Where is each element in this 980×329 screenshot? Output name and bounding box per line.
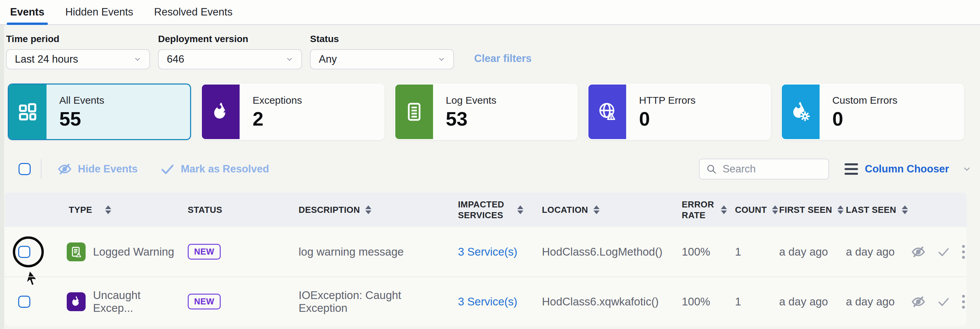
deployment-version-label: Deployment version <box>158 34 302 45</box>
card-label: HTTP Errors <box>639 95 695 106</box>
column-chooser-button[interactable]: Column Chooser <box>845 163 972 175</box>
eye-slash-icon <box>57 161 72 177</box>
event-type-label: Uncaught Excep... <box>93 289 181 315</box>
flame-gear-icon <box>782 84 819 139</box>
tab-hidden-events-label: Hidden Events <box>65 6 134 18</box>
hide-event-icon[interactable] <box>911 294 926 310</box>
table-header-row: TYPE STATUS DESCRIPTION IMPACTED SERVICE… <box>5 192 967 227</box>
table-row: Logged Warning NEW log warning message 3… <box>5 227 967 277</box>
table-body: Logged Warning NEW log warning message 3… <box>5 227 967 326</box>
sort-icon <box>365 205 371 214</box>
tab-events[interactable]: Events <box>10 0 45 24</box>
resolve-event-icon[interactable] <box>937 245 950 259</box>
mark-as-resolved-label: Mark as Resolved <box>181 163 269 175</box>
status-filter: Status Any <box>310 34 454 69</box>
active-tab-underline <box>7 22 48 25</box>
column-header-location[interactable]: LOCATION <box>537 204 678 216</box>
event-location: HodClass6.LogMethod() <box>537 245 678 258</box>
status-value: Any <box>319 53 337 65</box>
tab-events-label: Events <box>10 6 45 18</box>
card-count: 2 <box>252 107 302 130</box>
events-dashboard: Events Hidden Events Resolved Events Tim… <box>0 0 980 329</box>
card-count: 53 <box>446 107 496 130</box>
sort-icon <box>517 205 523 214</box>
tab-resolved-events[interactable]: Resolved Events <box>154 0 232 24</box>
card-count: 0 <box>832 107 897 130</box>
row-checkbox[interactable] <box>18 246 30 258</box>
resolve-event-icon[interactable] <box>937 295 950 308</box>
hide-events-button[interactable]: Hide Events <box>57 161 137 177</box>
event-count: 1 <box>730 295 773 308</box>
mark-as-resolved-button[interactable]: Mark as Resolved <box>160 161 269 177</box>
chevron-down-icon <box>437 55 446 64</box>
event-last-seen: a day ago <box>837 295 899 308</box>
column-header-count[interactable]: COUNT <box>730 204 773 216</box>
card-count: 0 <box>639 107 695 130</box>
main-content: Time period Last 24 hours Deployment ver… <box>0 34 980 326</box>
card-http-errors[interactable]: HTTP Errors 0 <box>587 84 771 140</box>
row-menu-icon[interactable] <box>961 294 966 309</box>
clear-filters-link[interactable]: Clear filters <box>474 52 532 65</box>
card-label: All Events <box>59 95 104 106</box>
status-badge: NEW <box>188 244 221 260</box>
flame-icon <box>67 292 86 311</box>
card-label: Custom Errors <box>832 95 897 106</box>
card-exceptions[interactable]: Exceptions 2 <box>201 84 384 140</box>
column-header-impacted-services[interactable]: IMPACTED SERVICES <box>447 199 537 221</box>
tab-resolved-events-label: Resolved Events <box>154 6 232 18</box>
time-period-value: Last 24 hours <box>15 53 78 65</box>
card-custom-errors[interactable]: Custom Errors 0 <box>781 84 964 140</box>
left-edge-strip <box>0 25 4 329</box>
status-select[interactable]: Any <box>310 49 454 69</box>
event-first-seen: a day ago <box>773 295 837 308</box>
card-count: 55 <box>59 107 104 130</box>
table-row: Uncaught Excep... NEW IOException: Caugh… <box>5 277 967 326</box>
event-description: IOException: Caught Exception <box>293 289 447 315</box>
select-all-checkbox[interactable] <box>19 163 31 175</box>
card-label: Exceptions <box>252 95 302 106</box>
event-error-rate: 100% <box>678 245 730 258</box>
filters-bar: Time period Last 24 hours Deployment ver… <box>6 34 972 69</box>
sort-icon <box>721 205 727 214</box>
column-chooser-label: Column Chooser <box>865 163 949 175</box>
event-type-label: Logged Warning <box>93 245 174 258</box>
sort-icon <box>902 205 908 214</box>
hamburger-icon <box>845 163 858 175</box>
deployment-version-select[interactable]: 646 <box>158 49 302 69</box>
log-warning-icon <box>67 242 86 261</box>
column-header-description[interactable]: DESCRIPTION <box>293 204 447 216</box>
chevron-down-icon <box>285 55 294 64</box>
chevron-down-icon <box>962 164 972 174</box>
impacted-services-link[interactable]: 3 Service(s) <box>458 295 517 308</box>
search-input[interactable] <box>722 163 823 175</box>
table-toolbar: Hide Events Mark as Resolved Column Choo… <box>6 156 972 183</box>
card-all-events[interactable]: All Events 55 <box>8 84 191 140</box>
globe-warning-icon <box>589 84 626 139</box>
time-period-label: Time period <box>6 34 150 45</box>
log-document-icon <box>395 84 433 139</box>
column-header-status: STATUS <box>181 204 293 216</box>
hide-event-icon[interactable] <box>911 244 926 260</box>
tab-bar: Events Hidden Events Resolved Events <box>0 0 980 25</box>
column-header-last-seen[interactable]: LAST SEEN <box>837 204 899 216</box>
column-header-type[interactable]: TYPE <box>53 204 181 216</box>
impacted-services-link[interactable]: 3 Service(s) <box>458 245 517 258</box>
sort-icon <box>593 205 600 214</box>
time-period-select[interactable]: Last 24 hours <box>6 49 150 69</box>
event-first-seen: a day ago <box>773 245 837 258</box>
event-last-seen: a day ago <box>837 245 899 258</box>
card-log-events[interactable]: Log Events 53 <box>394 84 578 140</box>
row-menu-icon[interactable] <box>961 245 966 259</box>
deployment-version-value: 646 <box>167 53 185 65</box>
column-header-error-rate[interactable]: ERROR RATE <box>678 199 730 221</box>
card-label: Log Events <box>446 95 496 106</box>
event-count: 1 <box>730 245 773 258</box>
hide-events-label: Hide Events <box>78 163 137 175</box>
check-icon <box>160 161 175 177</box>
event-description: log warning message <box>293 245 447 258</box>
column-header-first-seen[interactable]: FIRST SEEN <box>773 204 837 216</box>
search-icon <box>706 163 717 175</box>
row-checkbox[interactable] <box>18 296 30 308</box>
toolbar-divider <box>41 159 41 179</box>
tab-hidden-events[interactable]: Hidden Events <box>65 0 134 24</box>
